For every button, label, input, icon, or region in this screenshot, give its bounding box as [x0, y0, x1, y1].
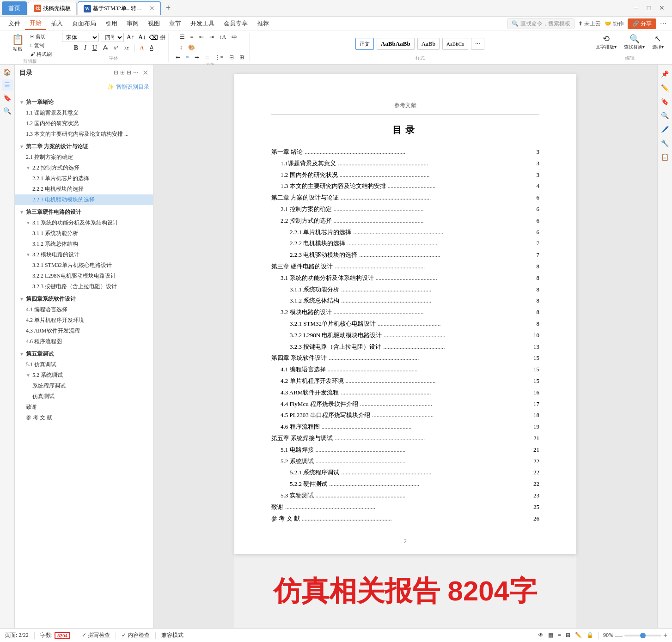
ribbon-tab-reference[interactable]: 引用 — [101, 18, 122, 30]
ribbon-tab-file[interactable]: 文件 — [4, 18, 25, 30]
zoom-slider-thumb[interactable] — [640, 633, 646, 638]
toc-item-3-2-2[interactable]: 3.2.2 L298N电机驱动模块电路设计 — [15, 271, 153, 281]
style-more[interactable]: ⋯ — [471, 38, 484, 50]
toc-item-2-2-2[interactable]: 2.2.2 电机模块的选择 — [15, 184, 153, 194]
add-tab-button[interactable]: + — [162, 2, 175, 15]
toc-view-btn4[interactable]: ⋯ — [133, 69, 139, 76]
toc-item-2-2[interactable]: ▼2.2 控制方式的选择 — [15, 163, 153, 173]
ribbon-tab-insert[interactable]: 插入 — [46, 18, 67, 30]
view-icon6[interactable]: 🔒 — [586, 632, 593, 639]
paste-button[interactable]: 📋 粘贴 — [7, 33, 28, 53]
ribbon-tab-dev[interactable]: 开发工具 — [186, 18, 219, 30]
smart-toc-button[interactable]: ✨ 智能识别目录 — [107, 83, 149, 91]
tab-home[interactable]: 首页 — [2, 1, 27, 15]
toc-item-3-2-1[interactable]: 3.2.1 STM32单片机核心电路设计 — [15, 260, 153, 271]
highlight-btn[interactable]: A̲ — [147, 43, 156, 52]
toc-item-4-1[interactable]: 4.1 编程语言选择 — [15, 304, 153, 315]
style-heading2[interactable]: AaBb — [417, 38, 440, 50]
toc-item-ch4[interactable]: ▼第四章系统软件设计 — [15, 294, 153, 304]
right-sidebar-pin[interactable]: 📌 — [660, 68, 671, 79]
bold-button[interactable]: B — [72, 43, 80, 53]
toc-item-3-1[interactable]: ▼3.1 系统的功能分析及体系结构设计 — [15, 218, 153, 228]
spell-check-btn[interactable]: ✓ 拼写检查 — [82, 631, 110, 639]
shading-btn[interactable]: 🎨 — [186, 43, 197, 52]
font-name-select[interactable]: 宋体 — [62, 33, 99, 42]
tab-doc[interactable]: W 基于STM32单...转设计(仿真版本 ✕ — [78, 1, 161, 15]
toc-item-ack[interactable]: 致谢 — [15, 402, 153, 412]
align-justify-btn[interactable]: ≣ — [202, 53, 212, 62]
ribbon-tab-start[interactable]: 开始 — [25, 17, 46, 30]
style-heading1[interactable]: AaBbAaBb — [377, 38, 415, 50]
align-right-btn[interactable]: ➡ — [192, 53, 202, 62]
font-shrink-btn[interactable]: A↓ — [137, 34, 147, 41]
ribbon-tab-recommend[interactable]: 推荐 — [252, 18, 274, 30]
ribbon-tab-layout[interactable]: 页面布局 — [67, 18, 101, 30]
right-sidebar-clipboard[interactable]: 📋 — [660, 151, 671, 163]
toc-item-ch3[interactable]: ▼第三章硬件电路的设计 — [15, 207, 153, 218]
toc-item-ref[interactable]: 参 考 文 献 — [15, 412, 153, 423]
border-btn[interactable]: ⊞ — [237, 53, 246, 62]
toc-item-2-1[interactable]: 2.1 控制方案的确定 — [15, 152, 153, 163]
tab-find[interactable]: 找 找稿壳模板 — [28, 2, 77, 15]
toc-item-1-2[interactable]: 1.2 国内外的研究状况 — [15, 118, 153, 129]
right-sidebar-edit[interactable]: ✏️ — [660, 82, 671, 93]
ribbon-tab-view[interactable]: 视图 — [143, 18, 165, 30]
line-spacing-btn[interactable]: ↕ — [177, 43, 185, 52]
toc-panel-close[interactable]: ✕ — [142, 68, 148, 77]
maximize-button[interactable]: □ — [644, 4, 654, 13]
sidebar-icon-toc[interactable]: ☰ — [2, 79, 13, 91]
view-icon5[interactable]: ✏️ — [575, 632, 582, 639]
toc-item-5-2-prog[interactable]: 系统程序调试 — [15, 381, 153, 391]
style-normal[interactable]: 正文 — [355, 38, 374, 50]
search-command-bar[interactable]: 🔍 查找命令，搜索模板 — [507, 18, 574, 29]
toc-item-5-2[interactable]: ▼5.2 系统调试 — [15, 370, 153, 381]
find-replace-button[interactable]: 🔍 查找替换▾ — [622, 33, 647, 51]
align-left-btn[interactable]: ⬅ — [173, 53, 183, 62]
font-color-btn[interactable]: A — [137, 43, 146, 52]
italic-button[interactable]: I — [82, 43, 89, 53]
list-number-btn[interactable]: ≡ — [188, 33, 196, 42]
zoom-out-button[interactable]: — — [615, 631, 623, 640]
align-center-btn[interactable]: ≡ — [183, 53, 191, 62]
toc-item-2-2-3[interactable]: 2.2.3 电机驱动模块的选择 — [15, 194, 153, 205]
font-grow-btn[interactable]: A↑ — [126, 34, 135, 41]
toc-item-5-1[interactable]: 5.1 仿真调试 — [15, 359, 153, 370]
toc-item-ch2[interactable]: ▼第二章 方案的设计与论证 — [15, 141, 153, 152]
close-button[interactable]: ✕ — [657, 4, 666, 13]
style-heading3[interactable]: AaBbCo — [442, 38, 469, 50]
toc-item-4-6[interactable]: 4.6 程序流程图 — [15, 336, 153, 347]
subscript-button[interactable]: x₂ — [122, 43, 131, 52]
toc-item-1-1[interactable]: 1.1 课题背景及其意义 — [15, 108, 153, 118]
toc-item-1-3[interactable]: 1.3 本文的主要研究内容及论文结构安排 ... — [15, 129, 153, 139]
toc-view-btn1[interactable]: ⊡ — [114, 69, 118, 76]
pinyin-btn[interactable]: 拼 — [160, 34, 165, 42]
columns-btn[interactable]: ⊟ — [227, 53, 236, 62]
toc-item-4-2[interactable]: 4.2 单片机程序开发环境 — [15, 315, 153, 326]
toc-view-btn3[interactable]: ⊟ — [127, 69, 131, 76]
sidebar-icon-bookmark[interactable]: 🔖 — [2, 92, 13, 103]
view-icon1[interactable]: 👁 — [538, 632, 544, 639]
text-direction-button[interactable]: ⟲ 文字排版▾ — [594, 33, 618, 51]
superscript-button[interactable]: x² — [111, 43, 121, 52]
sidebar-icon-search[interactable]: 🔍 — [2, 105, 13, 116]
toc-item-4-3[interactable]: 4.3 ARM软件开发流程 — [15, 326, 153, 336]
more-btn[interactable]: ⋯ — [660, 20, 666, 28]
view-icon4[interactable]: ⊞ — [566, 632, 570, 639]
toc-item-3-1-1[interactable]: 3.1.1 系统功能分析 — [15, 228, 153, 239]
right-sidebar-tool[interactable]: 🔧 — [660, 138, 671, 149]
chinese-format-btn[interactable]: 中 — [229, 33, 239, 42]
toc-item-2-2-1[interactable]: 2.2.1 单片机芯片的选择 — [15, 173, 153, 184]
minimize-button[interactable]: ─ — [631, 4, 641, 13]
toc-item-3-2-3[interactable]: 3.2.3 按键电路（含上拉电阻）设计 — [15, 281, 153, 292]
sort-btn[interactable]: ↕A — [217, 33, 229, 42]
toc-item-3-2[interactable]: ▼3.2 模块电路的设计 — [15, 249, 153, 260]
zoom-slider[interactable] — [624, 635, 661, 636]
clear-format-btn[interactable]: ⌫ — [149, 34, 158, 42]
toc-item-ch5[interactable]: ▼第五章调试 — [15, 349, 153, 359]
content-check-btn[interactable]: ✓ 内容检查 — [122, 631, 150, 639]
ribbon-tab-review[interactable]: 审阅 — [122, 18, 143, 30]
ribbon-tab-member[interactable]: 会员专享 — [219, 18, 252, 30]
toc-view-btn2[interactable]: ⊞ — [120, 69, 125, 76]
right-sidebar-bookmark[interactable]: 🔖 — [660, 96, 671, 107]
cut-button[interactable]: ✂ 剪切 — [29, 33, 53, 41]
